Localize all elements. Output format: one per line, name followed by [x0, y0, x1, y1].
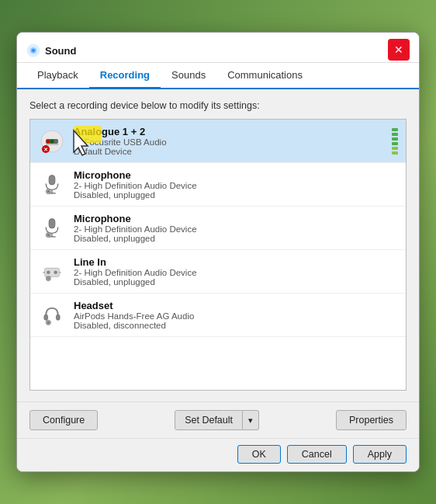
- title-bar: Sound ✕: [17, 33, 419, 63]
- apply-button[interactable]: Apply: [353, 445, 407, 464]
- level-bar-2: [392, 133, 398, 136]
- level-bar-4: [392, 142, 398, 145]
- device-name-mic1: Microphone: [74, 169, 398, 181]
- device-info-mic1: Microphone 2- High Definition Audio Devi…: [74, 169, 398, 200]
- device-item-mic1[interactable]: Microphone 2- High Definition Audio Devi…: [30, 163, 406, 207]
- configure-button[interactable]: Configure: [29, 410, 98, 430]
- set-default-group: Set Default ▾: [175, 410, 259, 430]
- svg-rect-30: [56, 315, 60, 320]
- svg-point-20: [47, 234, 50, 236]
- device-name-linein: Line In: [74, 256, 398, 268]
- properties-button[interactable]: Properties: [336, 410, 407, 430]
- device-info-mic2: Microphone 2- High Definition Audio Devi…: [74, 213, 398, 243]
- tab-sounds[interactable]: Sounds: [161, 63, 216, 89]
- device-sub-linein: 2- High Definition Audio Device: [74, 268, 398, 277]
- svg-point-32: [47, 321, 50, 323]
- footer-buttons: OK Cancel Apply: [17, 438, 419, 471]
- tab-communications[interactable]: Communications: [216, 63, 313, 89]
- svg-point-2: [32, 49, 35, 52]
- device-status-mic2: Disabled, unplugged: [74, 234, 398, 243]
- level-bar-3: [392, 137, 398, 141]
- device-icon-analogue: ✕: [38, 127, 66, 155]
- window-title: Sound: [45, 45, 76, 57]
- device-status-mic1: Disabled, unplugged: [74, 190, 398, 200]
- cancel-button[interactable]: Cancel: [287, 445, 347, 464]
- svg-rect-11: [49, 175, 55, 184]
- device-status-linein: Disabled, unplugged: [74, 277, 398, 287]
- svg-text:✕: ✕: [43, 147, 48, 152]
- instruction-text: Select a recording device below to modif…: [29, 100, 407, 111]
- device-item-headset[interactable]: Headset AirPods Hands-Free AG Audio Disa…: [30, 294, 406, 337]
- device-icon-mic2: [38, 214, 66, 242]
- svg-rect-16: [49, 218, 55, 228]
- device-info-analogue: Analogue 1 + 2 2- Focusrite USB Audio De…: [74, 126, 386, 156]
- device-list: ✕ Analogue 1 + 2 2- Focusrite USB Audio …: [29, 119, 407, 391]
- sound-icon: [26, 43, 40, 57]
- device-item-mic2[interactable]: Microphone 2- High Definition Audio Devi…: [30, 207, 406, 250]
- title-left: Sound: [26, 43, 76, 57]
- device-name-headset: Headset: [74, 300, 398, 311]
- svg-point-15: [47, 190, 50, 193]
- device-icon-linein: [38, 258, 66, 286]
- svg-rect-29: [44, 315, 48, 320]
- device-item-analogue[interactable]: ✕ Analogue 1 + 2 2- Focusrite USB Audio …: [30, 120, 406, 163]
- device-sub-headset: AirPods Hands-Free AG Audio: [74, 311, 398, 321]
- svg-point-22: [47, 270, 50, 274]
- device-name-mic2: Microphone: [74, 213, 398, 224]
- main-content: Select a recording device below to modif…: [17, 89, 419, 401]
- sound-dialog: Sound ✕ Playback Recording Sounds Commun…: [16, 32, 420, 472]
- svg-point-23: [54, 270, 57, 274]
- action-buttons: Configure Set Default ▾ Properties: [17, 401, 419, 438]
- level-bar-1: [392, 128, 398, 131]
- device-info-linein: Line In 2- High Definition Audio Device …: [74, 256, 398, 287]
- ok-button[interactable]: OK: [237, 445, 281, 464]
- device-name-analogue: Analogue 1 + 2: [74, 126, 386, 137]
- svg-point-5: [47, 139, 50, 143]
- device-info-headset: Headset AirPods Hands-Free AG Audio Disa…: [74, 300, 398, 330]
- close-button[interactable]: ✕: [388, 39, 410, 61]
- tab-recording[interactable]: Recording: [89, 63, 161, 89]
- device-item-linein[interactable]: Line In 2- High Definition Audio Device …: [30, 250, 406, 294]
- level-bar-6: [392, 151, 398, 155]
- set-default-dropdown[interactable]: ▾: [243, 410, 259, 430]
- tab-bar: Playback Recording Sounds Communications: [17, 63, 419, 89]
- device-status-analogue: Default Device: [74, 147, 386, 156]
- device-sub-mic2: 2- High Definition Audio Device: [74, 224, 398, 234]
- device-icon-mic1: [38, 171, 66, 199]
- tab-playback[interactable]: Playback: [26, 63, 89, 89]
- set-default-button[interactable]: Set Default: [175, 410, 243, 430]
- device-sub-mic1: 2- High Definition Audio Device: [74, 181, 398, 190]
- device-sub-analogue: 2- Focusrite USB Audio: [74, 137, 386, 147]
- device-status-headset: Disabled, disconnected: [74, 321, 398, 330]
- level-bar-5: [392, 147, 398, 150]
- svg-point-6: [50, 139, 54, 143]
- level-bars: [392, 128, 398, 155]
- device-icon-headset: [38, 301, 66, 329]
